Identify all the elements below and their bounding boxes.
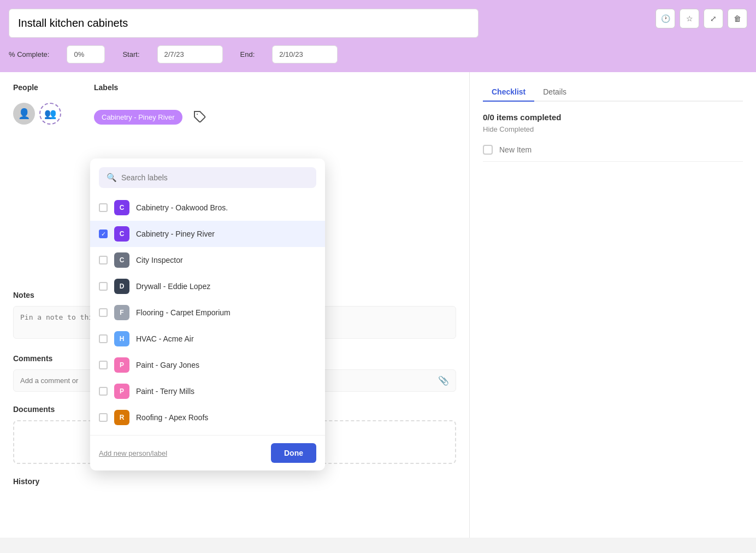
label-badge: P: [114, 384, 129, 399]
end-label: End:: [240, 50, 255, 58]
label-checkbox: [99, 334, 108, 343]
avatar: 👤: [13, 103, 35, 125]
label-checkbox: [99, 256, 108, 264]
people-labels-row: People 👤 👥 Labels Cabinetry - Piney Rive…: [13, 83, 456, 127]
label-checkbox: [99, 413, 108, 422]
dropdown-footer: Add new person/label Done: [90, 435, 325, 470]
percent-input[interactable]: [67, 45, 105, 63]
search-box-wrap: 🔍: [90, 167, 325, 195]
add-person-icon: 👥: [44, 108, 56, 120]
people-section: People 👤 👥: [13, 83, 61, 125]
label-badge: R: [114, 410, 129, 425]
label-item[interactable]: ✓CCabinetry - Piney River: [90, 221, 325, 247]
label-name: Drywall - Eddie Lopez: [136, 282, 210, 291]
labels-section: Labels Cabinetry - Piney River: [94, 83, 210, 127]
tab-row: Checklist Details: [483, 83, 743, 102]
tag-icon: [193, 110, 206, 123]
label-item[interactable]: HHVAC - Acme Air: [90, 326, 325, 352]
add-new-label-button[interactable]: Add new person/label: [99, 449, 167, 457]
label-item[interactable]: RRoofing - Apex Roofs: [90, 404, 325, 431]
labels-label: Labels: [94, 83, 210, 92]
attach-icon[interactable]: 📎: [438, 375, 449, 386]
add-person-button[interactable]: 👥: [39, 103, 61, 125]
history-section: History: [13, 477, 456, 486]
label-name: Paint - Terry Mills: [136, 387, 194, 396]
label-name: Cabinetry - Oakwood Bros.: [136, 203, 228, 212]
search-labels-input[interactable]: [121, 173, 309, 182]
label-name: Roofing - Apex Roofs: [136, 413, 208, 422]
delete-icon-btn[interactable]: 🗑: [728, 9, 747, 28]
label-badge: C: [114, 252, 129, 268]
label-name: HVAC - Acme Air: [136, 334, 194, 343]
new-item-checkbox[interactable]: [483, 145, 493, 155]
selected-label-tag[interactable]: Cabinetry - Piney River: [94, 110, 182, 125]
right-panel: Checklist Details 0/0 items completed Hi…: [470, 72, 756, 538]
expand-icon-btn[interactable]: ⤢: [704, 9, 723, 28]
items-completed: 0/0 items completed: [483, 113, 743, 122]
label-dropdown: 🔍 CCabinetry - Oakwood Bros.✓CCabinetry …: [90, 158, 325, 470]
label-badge: P: [114, 357, 129, 373]
hide-completed-link[interactable]: Hide Completed: [483, 125, 534, 133]
label-badge: F: [114, 305, 129, 320]
label-checkbox: [99, 361, 108, 369]
meta-row: % Complete: Start: End:: [9, 45, 747, 63]
task-title-input[interactable]: [9, 9, 479, 38]
toolbar-icons: 🕐 ☆ ⤢ 🗑: [655, 9, 747, 28]
search-icon: 🔍: [107, 173, 117, 183]
label-checkbox: [99, 203, 108, 212]
label-checkbox: [99, 282, 108, 291]
label-badge: H: [114, 331, 129, 346]
label-name: Cabinetry - Piney River: [136, 230, 215, 238]
history-icon-btn[interactable]: 🕐: [655, 9, 675, 28]
label-checkbox: [99, 387, 108, 396]
label-item[interactable]: RRoofing - Smith Roofing: [90, 431, 325, 435]
avatar-row: 👤 👥: [13, 103, 61, 125]
label-name: Paint - Gary Jones: [136, 361, 199, 369]
star-icon-btn[interactable]: ☆: [680, 9, 699, 28]
label-badge: D: [114, 279, 129, 294]
top-bar: 🕐 ☆ ⤢ 🗑 % Complete: Start: End:: [0, 0, 756, 72]
tab-checklist[interactable]: Checklist: [483, 83, 534, 102]
start-label: Start:: [122, 50, 139, 58]
label-item[interactable]: FFlooring - Carpet Emporium: [90, 299, 325, 326]
end-date-input[interactable]: [272, 45, 338, 63]
label-item[interactable]: CCity Inspector: [90, 247, 325, 273]
start-date-input[interactable]: [157, 45, 223, 63]
label-item[interactable]: PPaint - Gary Jones: [90, 352, 325, 378]
label-name: Flooring - Carpet Emporium: [136, 308, 231, 317]
search-box: 🔍: [99, 167, 316, 188]
add-label-button[interactable]: [190, 107, 210, 127]
left-panel: People 👤 👥 Labels Cabinetry - Piney Rive…: [0, 72, 470, 538]
people-label: People: [13, 83, 61, 92]
label-item[interactable]: CCabinetry - Oakwood Bros.: [90, 195, 325, 221]
label-checkbox: ✓: [99, 230, 108, 238]
label-badge: C: [114, 200, 129, 215]
history-label: History: [13, 477, 456, 486]
label-list: CCabinetry - Oakwood Bros.✓CCabinetry - …: [90, 195, 325, 435]
percent-label: % Complete:: [9, 50, 49, 58]
tab-details[interactable]: Details: [534, 83, 575, 102]
label-item[interactable]: DDrywall - Eddie Lopez: [90, 273, 325, 299]
done-button[interactable]: Done: [271, 443, 316, 463]
label-item[interactable]: PPaint - Terry Mills: [90, 378, 325, 404]
label-badge: C: [114, 226, 129, 242]
label-name: City Inspector: [136, 256, 183, 264]
new-item-input[interactable]: [499, 145, 743, 154]
new-item-row: [483, 145, 743, 162]
label-checkbox: [99, 308, 108, 317]
main-content: People 👤 👥 Labels Cabinetry - Piney Rive…: [0, 72, 756, 538]
